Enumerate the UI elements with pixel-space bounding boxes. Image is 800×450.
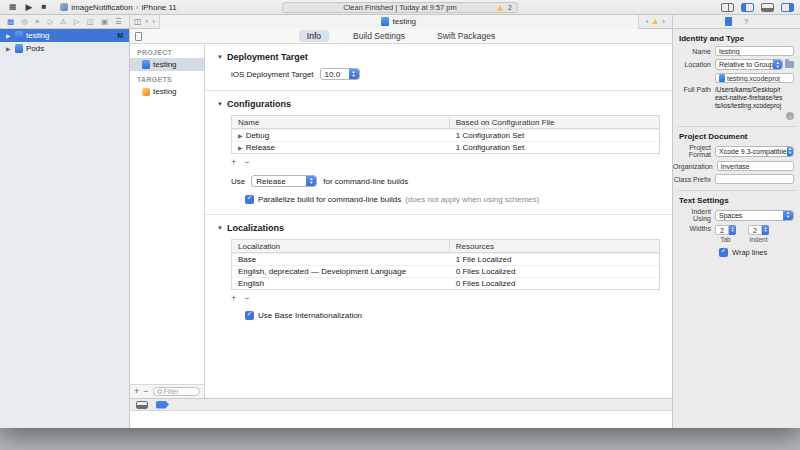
- previous-issue-button[interactable]: ‹: [646, 17, 649, 26]
- find-navigator-icon[interactable]: ◇: [47, 18, 53, 26]
- location-row: Location Relative to Group ▲▼: [673, 59, 794, 70]
- navigator-item-testing[interactable]: ▶ testing M: [0, 29, 129, 42]
- warning-count[interactable]: 2: [508, 4, 512, 11]
- warning-icon[interactable]: [497, 5, 503, 11]
- widths-row: Widths 2 ▲▼ Tab 2 ▲▼ Inden: [673, 225, 794, 243]
- tab-width-group: 2 ▲▼ Tab: [715, 225, 736, 243]
- project-navigator-icon[interactable]: ▦: [7, 18, 14, 26]
- divider: [677, 126, 796, 127]
- table-row[interactable]: English 0 Files Localized: [232, 277, 659, 289]
- sidebar-item-project-testing[interactable]: testing: [130, 58, 204, 71]
- column-header-name[interactable]: Name: [232, 116, 450, 128]
- column-header-resources[interactable]: Resources: [450, 242, 659, 251]
- toggle-navigator-icon[interactable]: [741, 3, 754, 12]
- breakpoint-navigator-icon[interactable]: ▣: [101, 18, 108, 26]
- disclosure-triangle-icon[interactable]: ▼: [217, 225, 223, 231]
- desktop: ▦ ▶ ■ imageNotification › iPhone 11 Clea…: [0, 0, 800, 450]
- indent-width-value[interactable]: 2: [748, 225, 762, 235]
- remove-configuration-button[interactable]: −: [244, 158, 249, 167]
- report-navigator-icon[interactable]: ☰: [115, 18, 122, 26]
- editor-layout-icon[interactable]: [721, 3, 734, 12]
- symbol-navigator-icon[interactable]: ≡: [35, 18, 39, 26]
- organization-field[interactable]: Invertase: [717, 161, 794, 171]
- table-row[interactable]: English, deprecated — Development Langua…: [232, 265, 659, 277]
- back-button[interactable]: ‹: [146, 17, 149, 26]
- device-name[interactable]: iPhone 11: [141, 3, 176, 12]
- section-configurations: ▼ Configurations Name Based on Configura…: [205, 90, 672, 204]
- toggle-inspector-icon[interactable]: [781, 3, 794, 12]
- sidebar-filter-field[interactable]: Filter: [153, 387, 200, 396]
- add-target-button[interactable]: +: [134, 387, 139, 396]
- project-info-form: ▼ Deployment Target iOS Deployment Targe…: [205, 44, 672, 398]
- disclosure-triangle-icon[interactable]: ▼: [217, 54, 223, 60]
- issue-navigator-icon[interactable]: ⚠: [60, 18, 67, 26]
- issue-warning-icon[interactable]: [652, 19, 658, 24]
- indent-using-row: Indent Using Spaces ▲▼: [673, 208, 794, 222]
- toggle-debug-area-icon[interactable]: [761, 3, 774, 12]
- deployment-target-popup[interactable]: 10.0 ▲▼: [320, 68, 360, 80]
- hide-debug-area-icon[interactable]: [136, 401, 148, 409]
- tab-swift-packages[interactable]: Swift Packages: [429, 30, 503, 42]
- file-name-field[interactable]: testing.xcodeproj: [715, 73, 794, 83]
- popup-stepper-icon: ▲▼: [306, 176, 316, 186]
- apps-grid-icon[interactable]: ▦: [9, 3, 17, 11]
- next-issue-button[interactable]: ›: [662, 17, 665, 26]
- base-internationalization-checkbox[interactable]: [245, 311, 254, 320]
- table-row[interactable]: ▶ Debug 1 Configuration Set: [232, 129, 659, 141]
- stepper-arrows-icon[interactable]: ▲▼: [729, 225, 736, 235]
- folder-icon[interactable]: [785, 61, 794, 68]
- source-control-navigator-icon[interactable]: ◎: [21, 18, 28, 26]
- test-navigator-icon[interactable]: ▷: [74, 18, 80, 26]
- disclosure-triangle-icon[interactable]: ▶: [6, 45, 12, 52]
- forward-button[interactable]: ›: [152, 17, 155, 26]
- section-deployment-target: ▼ Deployment Target iOS Deployment Targe…: [205, 44, 672, 80]
- scheme-selector[interactable]: imageNotification › iPhone 11: [60, 3, 176, 12]
- table-row[interactable]: ▶ Release 1 Configuration Set: [232, 141, 659, 153]
- command-line-config-popup[interactable]: Release ▲▼: [251, 175, 317, 187]
- wrap-lines-checkbox[interactable]: [719, 248, 728, 257]
- disclosure-triangle-icon[interactable]: ▶: [238, 144, 243, 151]
- add-configuration-button[interactable]: +: [231, 158, 236, 167]
- tab-overview-icon[interactable]: ◫: [134, 17, 142, 26]
- project-format-popup[interactable]: Xcode 9.3-compatible ▲▼: [715, 146, 794, 157]
- location-popup[interactable]: Relative to Group ▲▼: [715, 59, 783, 70]
- name-field[interactable]: testing: [715, 46, 794, 56]
- sidebar-item-target-testing[interactable]: testing: [130, 85, 204, 98]
- tab-build-settings[interactable]: Build Settings: [345, 30, 413, 42]
- inspector-selector-bar: ?: [672, 15, 800, 28]
- widths-label: Widths: [673, 225, 715, 243]
- project-editor: Info Build Settings Swift Packages PROJE…: [130, 29, 672, 398]
- tab-width-value[interactable]: 2: [715, 225, 729, 235]
- quick-help-inspector-icon[interactable]: ?: [744, 17, 748, 26]
- add-localization-button[interactable]: +: [231, 294, 236, 303]
- reveal-in-finder-icon[interactable]: →: [786, 112, 794, 120]
- full-path-label: Full Path: [673, 86, 715, 93]
- xcodeproj-icon: [142, 60, 150, 69]
- tab-info[interactable]: Info: [299, 30, 329, 42]
- editor-tab-testing[interactable]: testing: [159, 15, 639, 29]
- stop-button[interactable]: ■: [41, 3, 46, 11]
- indent-width-stepper[interactable]: 2 ▲▼: [748, 225, 769, 235]
- disclosure-triangle-icon[interactable]: ▶: [238, 132, 243, 139]
- disclosure-triangle-icon[interactable]: ▼: [217, 101, 223, 107]
- section-header[interactable]: ▼ Deployment Target: [205, 44, 672, 68]
- run-button[interactable]: ▶: [26, 3, 33, 12]
- indent-using-popup[interactable]: Spaces ▲▼: [715, 210, 794, 221]
- stepper-arrows-icon[interactable]: ▲▼: [762, 225, 769, 235]
- column-header-localization[interactable]: Localization: [232, 240, 450, 252]
- section-header[interactable]: ▼ Localizations: [205, 215, 672, 239]
- parallelize-checkbox[interactable]: [245, 195, 254, 204]
- debug-navigator-icon[interactable]: ◫: [87, 18, 94, 26]
- configurations-add-remove: + −: [231, 158, 672, 167]
- remove-target-button[interactable]: −: [143, 387, 148, 396]
- navigator-item-pods[interactable]: ▶ Pods: [0, 42, 129, 55]
- column-header-file[interactable]: Based on Configuration File: [450, 118, 659, 127]
- remove-localization-button[interactable]: −: [244, 294, 249, 303]
- tab-width-stepper[interactable]: 2 ▲▼: [715, 225, 736, 235]
- disclosure-triangle-icon[interactable]: ▶: [6, 32, 12, 39]
- file-inspector-icon[interactable]: [725, 17, 732, 26]
- class-prefix-field[interactable]: [715, 174, 794, 184]
- section-header[interactable]: ▼ Configurations: [205, 91, 672, 115]
- breakpoints-toggle-icon[interactable]: [156, 401, 169, 409]
- table-row[interactable]: Base 1 File Localized: [232, 253, 659, 265]
